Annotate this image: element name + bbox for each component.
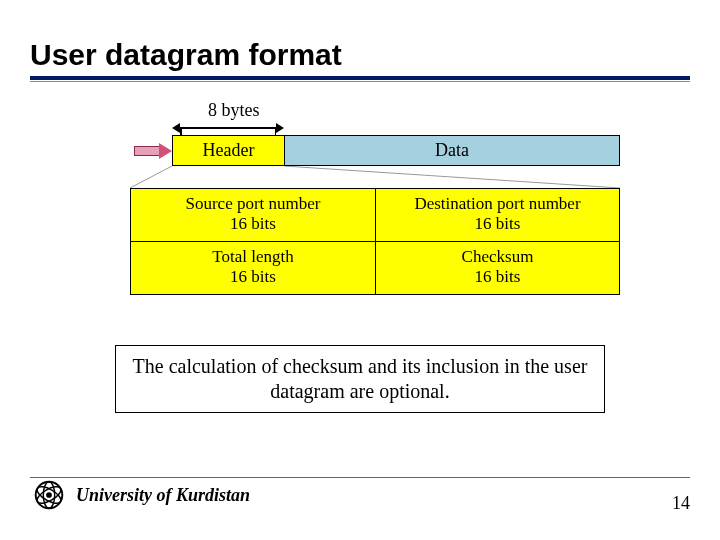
university-logo-icon <box>30 476 68 514</box>
field-name: Checksum <box>462 247 534 266</box>
field-checksum: Checksum 16 bits <box>375 242 619 294</box>
field-bits: 16 bits <box>475 214 521 233</box>
institution-name: University of Kurdistan <box>76 485 250 506</box>
field-source-port: Source port number 16 bits <box>131 189 375 241</box>
expansion-lines <box>130 166 620 188</box>
svg-line-1 <box>284 166 620 188</box>
packet-row: Header Data <box>172 135 620 166</box>
field-bits: 16 bits <box>230 267 276 286</box>
field-bits: 16 bits <box>475 267 521 286</box>
field-dest-port: Destination port number 16 bits <box>375 189 619 241</box>
title-rule <box>30 76 690 80</box>
title-area: User datagram format <box>0 0 720 82</box>
arrow-right-icon <box>134 143 172 159</box>
svg-line-0 <box>130 166 172 188</box>
table-row: Total length 16 bits Checksum 16 bits <box>131 241 619 294</box>
svg-point-6 <box>46 492 52 498</box>
data-segment: Data <box>285 136 619 165</box>
footer: University of Kurdistan 14 <box>30 476 690 514</box>
field-bits: 16 bits <box>230 214 276 233</box>
bytes-label: 8 bytes <box>208 100 620 121</box>
page-title: User datagram format <box>30 38 690 76</box>
field-total-length: Total length 16 bits <box>131 242 375 294</box>
institution: University of Kurdistan <box>30 476 250 514</box>
header-fields-table: Source port number 16 bits Destination p… <box>130 188 620 295</box>
header-segment: Header <box>173 136 285 165</box>
title-rule-thin <box>30 81 690 82</box>
field-name: Total length <box>212 247 293 266</box>
note-box: The calculation of checksum and its incl… <box>115 345 605 413</box>
page-number: 14 <box>672 493 690 514</box>
field-name: Source port number <box>185 194 320 213</box>
udp-diagram: 8 bytes Header Data Source port number <box>100 100 620 295</box>
table-row: Source port number 16 bits Destination p… <box>131 189 619 241</box>
bytes-bracket <box>172 121 620 135</box>
field-name: Destination port number <box>414 194 580 213</box>
